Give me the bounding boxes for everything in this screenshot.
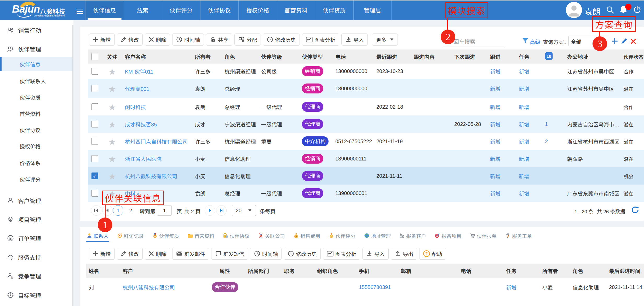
svg-text:10: 10 [547,54,551,58]
svg-text:$: $ [296,235,297,238]
svg-text:vs: vs [11,276,13,278]
svg-text:?: ? [425,252,428,256]
svg-text:★: ★ [154,236,156,237]
svg-text:1: 1 [331,235,332,238]
